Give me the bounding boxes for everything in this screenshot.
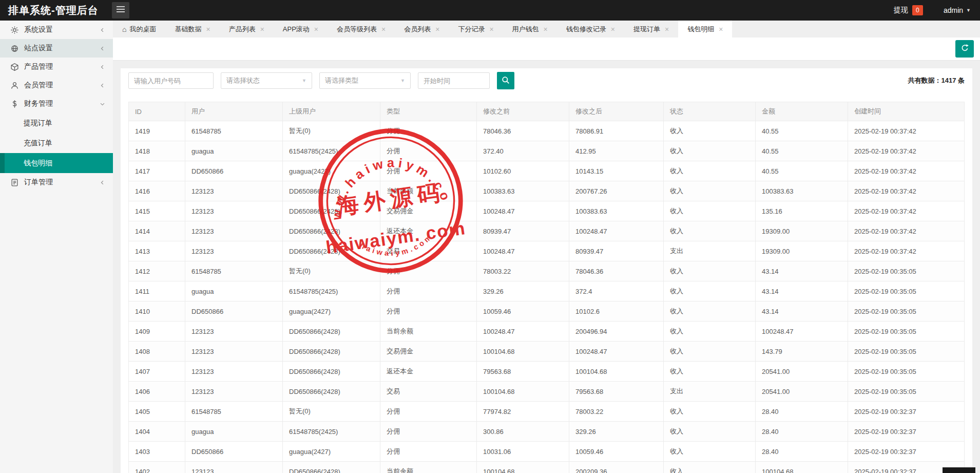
- type-select[interactable]: 请选择类型 ▼: [319, 72, 411, 89]
- tab[interactable]: 产品列表×: [220, 21, 274, 37]
- cell-before: 329.26: [477, 281, 569, 301]
- cell-amount: 100383.63: [756, 181, 848, 201]
- dollar-icon: [10, 100, 19, 108]
- cell-type: 分佣: [380, 261, 477, 281]
- close-icon[interactable]: ×: [435, 26, 439, 33]
- close-icon[interactable]: ×: [611, 26, 615, 33]
- cell-parent: 暂无(0): [283, 121, 380, 141]
- cell-amount: 19309.00: [756, 241, 848, 261]
- cell-created: 2025-02-19 00:35:05: [848, 342, 965, 362]
- tab-label: 基础数据: [175, 25, 201, 34]
- cell-after: 100248.47: [569, 221, 664, 241]
- sidebar-item[interactable]: 订单管理: [0, 173, 113, 192]
- cell-type: 分佣: [380, 402, 477, 422]
- total-count: 共有数据：1417 条: [908, 76, 965, 85]
- tab[interactable]: ⌂我的桌面: [113, 21, 165, 37]
- cell-amount: 143.79: [756, 342, 848, 362]
- sidebar-item[interactable]: 会员管理: [0, 76, 113, 94]
- sidebar-item[interactable]: 站点设置: [0, 39, 113, 58]
- tab[interactable]: 下分记录×: [449, 21, 503, 37]
- close-icon[interactable]: ×: [544, 26, 548, 33]
- table-row: 1409123123DD650866(2428)当前余额100248.47200…: [129, 321, 965, 342]
- cell-created: 2025-02-19 00:35:05: [848, 281, 965, 301]
- withdraw-label: 提现: [894, 6, 908, 15]
- username: admin: [944, 6, 963, 14]
- cell-status: 收入: [664, 442, 756, 462]
- cell-type: 交易: [380, 241, 477, 261]
- cell-id: 1410: [129, 301, 185, 321]
- cell-amount: 20541.00: [756, 382, 848, 402]
- tab[interactable]: 会员列表×: [395, 21, 449, 37]
- tab[interactable]: 钱包明细×: [678, 21, 732, 37]
- close-icon[interactable]: ×: [206, 26, 210, 33]
- cell-type: 分佣: [380, 281, 477, 301]
- cell-created: 2025-02-19 00:35:05: [848, 301, 965, 321]
- tab[interactable]: 基础数据×: [165, 21, 219, 37]
- sidebar-subitem[interactable]: 提现订单: [0, 113, 113, 133]
- tab-label: 下分记录: [458, 25, 485, 34]
- chevron-down-icon: ▼: [966, 8, 971, 13]
- cell-before: 100383.63: [477, 181, 569, 201]
- horizontal-scrollbar-thumb[interactable]: [943, 467, 975, 473]
- cell-type: 当前余额: [380, 181, 477, 201]
- column-header: 金额: [756, 102, 848, 121]
- sidebar-item-label: 站点设置: [24, 44, 53, 53]
- start-time-input[interactable]: [418, 72, 490, 89]
- cell-type: 交易佣金: [380, 201, 477, 221]
- sidebar-subitem-label: 钱包明细: [24, 159, 52, 168]
- cell-user: 123123: [185, 201, 283, 221]
- cell-status: 收入: [664, 342, 756, 362]
- cell-id: 1414: [129, 221, 185, 241]
- table-row: 140561548785暂无(0)分佣77974.8278003.22收入28.…: [129, 402, 965, 422]
- close-icon[interactable]: ×: [665, 26, 669, 33]
- user-menu[interactable]: admin ▼: [944, 6, 971, 14]
- tab[interactable]: 用户钱包×: [503, 21, 557, 37]
- column-header: 创建时间: [848, 102, 965, 121]
- status-select[interactable]: 请选择状态 ▼: [221, 72, 312, 89]
- cell-type: 分佣: [380, 442, 477, 462]
- tab[interactable]: 会员等级列表×: [328, 21, 395, 37]
- cell-user: 123123: [185, 221, 283, 241]
- cell-id: 1415: [129, 201, 185, 221]
- cell-type: 返还本金: [380, 221, 477, 241]
- chevron-left-icon: [100, 64, 106, 70]
- tab[interactable]: 钱包修改记录×: [557, 21, 624, 37]
- search-button[interactable]: [497, 72, 514, 89]
- close-icon[interactable]: ×: [260, 26, 264, 33]
- close-icon[interactable]: ×: [314, 26, 318, 33]
- close-icon[interactable]: ×: [381, 26, 386, 33]
- cell-type: 交易: [380, 382, 477, 402]
- close-icon[interactable]: ×: [489, 26, 493, 33]
- cell-user: DD650866: [185, 161, 283, 181]
- close-icon[interactable]: ×: [719, 26, 723, 33]
- cell-parent: guagua(2427): [283, 161, 380, 181]
- sidebar-toggle-button[interactable]: [112, 2, 129, 18]
- cell-created: 2025-02-19 00:35:05: [848, 261, 965, 281]
- cell-parent: DD650866(2428): [283, 362, 380, 382]
- cell-before: 300.86: [477, 422, 569, 442]
- sidebar-subitem[interactable]: 充值订单: [0, 133, 113, 153]
- column-header: 类型: [380, 102, 477, 121]
- wallet-table: ID用户上级用户类型修改之前修改之后状态金额创建时间 141961548785暂…: [128, 102, 965, 473]
- sidebar-item[interactable]: 财务管理: [0, 94, 113, 113]
- cell-amount: 28.40: [756, 442, 848, 462]
- sidebar-subitem[interactable]: 钱包明细: [0, 153, 113, 173]
- sidebar-item[interactable]: 产品管理: [0, 58, 113, 76]
- cell-user: 123123: [185, 462, 283, 473]
- cell-parent: 61548785(2425): [283, 281, 380, 301]
- tab[interactable]: 提现订单×: [624, 21, 678, 37]
- cell-status: 收入: [664, 121, 756, 141]
- cell-before: 78046.36: [477, 121, 569, 141]
- user-number-input[interactable]: [128, 72, 214, 89]
- sidebar-item-label: 财务管理: [24, 99, 53, 108]
- withdraw-nav[interactable]: 提现 0: [894, 5, 923, 15]
- cell-parent: DD650866(2428): [283, 382, 380, 402]
- sidebar-item[interactable]: 系统设置: [0, 21, 113, 39]
- table-row: 1408123123DD650866(2428)交易佣金100104.68100…: [129, 342, 965, 362]
- cell-after: 10143.15: [569, 161, 664, 181]
- cell-status: 收入: [664, 201, 756, 221]
- tab-label: 会员等级列表: [337, 25, 377, 34]
- cell-amount: 43.14: [756, 261, 848, 281]
- refresh-button[interactable]: [955, 40, 974, 58]
- tab[interactable]: APP滚动×: [274, 21, 328, 37]
